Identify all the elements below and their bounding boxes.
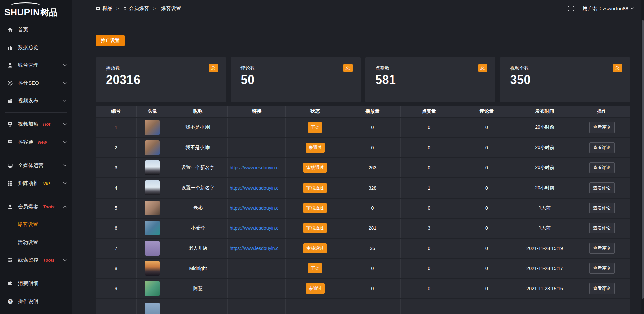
cell-plays: 0	[344, 258, 400, 278]
sidebar-item-badge: Tools	[43, 258, 54, 263]
sidebar-item-1[interactable]: 数据总览	[0, 39, 72, 56]
cell-publish-time: 20小时前	[516, 178, 574, 198]
chevron-down-icon	[63, 64, 67, 66]
sidebar-item-11[interactable]: 消费明细	[0, 275, 72, 293]
cell-status: 审核通过	[286, 178, 344, 198]
video-link[interactable]: https://www.iesdouyin.c	[228, 225, 285, 231]
svg-text:?: ?	[9, 300, 11, 303]
view-comments-button[interactable]: 查看评论	[589, 263, 615, 274]
cell-id: 4	[96, 178, 136, 198]
column-header: 评论量	[458, 106, 516, 117]
video-link[interactable]: https://www.iesdouyin.c	[228, 165, 285, 170]
view-comments-button[interactable]: 查看评论	[589, 203, 615, 213]
page-scrollbar[interactable]	[641, 0, 644, 314]
avatar	[145, 160, 160, 175]
cell-comments: 0	[458, 278, 516, 299]
sliders-icon	[7, 257, 13, 263]
avatar	[145, 221, 160, 235]
cell-comments: 0	[458, 258, 516, 278]
sidebar-item-8[interactable]: 矩阵助推VIP	[0, 174, 72, 192]
status-badge[interactable]: 审核通过	[303, 183, 327, 193]
cell-nickname: 老人开店	[168, 238, 227, 258]
status-badge[interactable]: 下架	[308, 263, 322, 273]
status-badge[interactable]: 审核通过	[303, 223, 327, 233]
breadcrumb-section[interactable]: 会员爆客	[129, 5, 149, 12]
avatar	[145, 281, 160, 296]
sidebar-item-12[interactable]: ?操作说明	[0, 293, 72, 310]
cell-status: 审核通过	[286, 238, 344, 258]
cell-likes: 0	[400, 138, 458, 158]
status-badge[interactable]: 未通过	[306, 283, 325, 294]
cell-action: 查看评论	[574, 218, 630, 238]
logo-text-cn: 树品	[40, 7, 58, 17]
view-comments-button[interactable]: 查看评论	[589, 283, 615, 294]
table-row	[96, 299, 630, 314]
status-badge[interactable]: 审核通过	[303, 163, 327, 173]
view-comments-button[interactable]: 查看评论	[589, 223, 615, 233]
cell-nickname: 小爱玲	[168, 218, 227, 238]
sidebar-item-label: 操作说明	[18, 298, 38, 305]
video-link[interactable]: https://www.iesdouyin.c	[228, 246, 285, 251]
status-badge[interactable]: 审核通过	[303, 243, 327, 253]
stat-card-videos: 视频个数 350 总	[500, 57, 630, 102]
view-comments-button[interactable]: 查看评论	[589, 162, 615, 173]
breadcrumb-home[interactable]: 树品	[102, 5, 112, 12]
cell-publish-time: 20小时前	[516, 138, 574, 158]
topbar-right: 用户名： zswodun88	[568, 5, 634, 12]
cell-likes: 0	[400, 278, 458, 299]
promotion-settings-button[interactable]: 推广设置	[96, 35, 125, 46]
cell-nickname: Midnight	[168, 258, 227, 278]
sidebar-subitem-活动设置[interactable]: 活动设置	[0, 233, 72, 251]
cell-nickname: 设置一个新名字	[168, 178, 227, 198]
cell-avatar	[136, 218, 168, 238]
main-area: 树品 > 会员爆客 > 爆客设置 用户名： zswodun88	[72, 0, 644, 314]
user-silhouette-icon	[123, 6, 127, 11]
app-square-icon	[96, 6, 101, 11]
user-menu[interactable]: 用户名： zswodun88	[583, 5, 634, 12]
cell-status: 下架	[286, 117, 344, 138]
view-comments-button[interactable]: 查看评论	[589, 122, 615, 133]
sidebar-item-7[interactable]: 全媒体运营	[0, 157, 72, 174]
cell-publish-time: 20小时前	[516, 158, 574, 178]
cell-action: 查看评论	[574, 158, 630, 178]
cell-avatar	[136, 158, 168, 178]
cell-plays: 281	[344, 218, 400, 238]
sidebar-item-10[interactable]: 线索监控Tools	[0, 251, 72, 269]
status-badge[interactable]: 审核通过	[303, 203, 327, 213]
status-badge[interactable]: 下架	[308, 122, 322, 133]
view-comments-button[interactable]: 查看评论	[589, 243, 615, 254]
cell-link	[227, 278, 285, 299]
sidebar-item-5[interactable]: 视频加热Hot	[0, 115, 72, 133]
scrollbar-thumb[interactable]	[642, 20, 644, 299]
chevron-down-icon	[630, 7, 634, 10]
total-badge: 总	[478, 64, 487, 72]
cell-plays: 263	[344, 158, 400, 178]
fullscreen-icon[interactable]	[568, 6, 574, 11]
cell-link	[227, 138, 285, 158]
cell-action	[574, 299, 630, 314]
sidebar-item-2[interactable]: 账号管理	[0, 56, 72, 74]
view-comments-button[interactable]: 查看评论	[589, 142, 615, 153]
table-row: 5老彬https://www.iesdouyin.c审核通过0001天前查看评论	[96, 198, 630, 218]
table-row: 9阿慧未通过0002021-11-28 15:16查看评论	[96, 278, 630, 299]
member-icon	[7, 204, 13, 210]
cell-avatar	[136, 278, 168, 299]
cell-status	[286, 299, 344, 314]
sidebar-item-3[interactable]: 抖音SEO	[0, 74, 72, 92]
cell-link	[227, 117, 285, 138]
video-link[interactable]: https://www.iesdouyin.c	[228, 205, 285, 211]
video-link[interactable]: https://www.iesdouyin.c	[228, 185, 285, 191]
clapper-icon	[7, 98, 13, 104]
sidebar-item-6[interactable]: 抖客通New	[0, 133, 72, 151]
status-badge[interactable]: 未通过	[306, 143, 325, 153]
cell-publish-time: 1天前	[516, 218, 574, 238]
sidebar-subitem-爆客设置[interactable]: 爆客设置	[0, 216, 72, 233]
cell-publish-time: 2021-11-28 15:17	[516, 258, 574, 278]
sidebar-item-0[interactable]: 首页	[0, 21, 72, 39]
sidebar-item-9[interactable]: 会员爆客Tools	[0, 198, 72, 216]
sidebar: SHUPIN树品 首页数据总览账号管理抖音SEO视频发布视频加热Hot抖客通Ne…	[0, 0, 72, 314]
chevron-up-icon	[63, 206, 67, 208]
sidebar-item-4[interactable]: 视频发布	[0, 92, 72, 110]
avatar	[145, 241, 160, 256]
view-comments-button[interactable]: 查看评论	[589, 182, 615, 193]
